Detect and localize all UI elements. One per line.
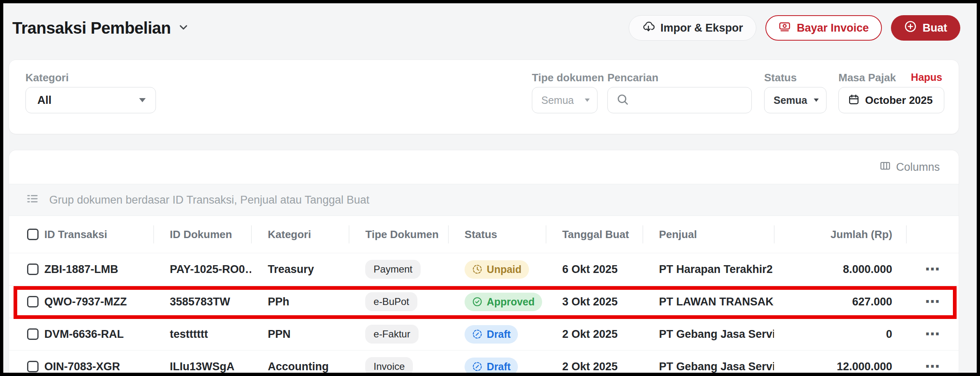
penjual-value: PT LAWAN TRANSAKSI xyxy=(659,296,774,308)
status-select[interactable]: Semua xyxy=(764,87,827,113)
search-box xyxy=(607,87,752,113)
cell-status: Draft xyxy=(448,318,546,350)
column-header-label: Tipe Dokumen xyxy=(365,228,439,241)
table-row[interactable]: ZBI-1887-LMBPAY-1025-RO0…TreasuryPayment… xyxy=(9,253,959,285)
cell-kategori: PPN xyxy=(251,318,349,350)
id-dokumen-value: testttttt xyxy=(170,328,208,341)
row-checkbox[interactable] xyxy=(27,296,39,307)
cell-id-dokumen: testttttt xyxy=(153,318,252,350)
tanggal-buat-value: 6 Okt 2025 xyxy=(562,263,618,276)
import-export-icon xyxy=(642,21,655,36)
column-header-label: Status xyxy=(465,228,497,241)
cell-penjual: PT Gebang Jasa Servi… xyxy=(643,318,774,350)
cell-kategori: Accounting xyxy=(251,351,349,373)
row-actions-button[interactable]: ⋯ xyxy=(925,359,940,373)
cell-jumlah: 627.000 xyxy=(774,286,906,318)
caret-down-icon xyxy=(139,98,146,102)
kategori-value: All xyxy=(26,94,52,107)
columns-button[interactable]: Columns xyxy=(879,160,940,174)
cell-penjual: PT Harapan Terakhir2 xyxy=(643,253,774,285)
hapus-link[interactable]: Hapus xyxy=(911,71,942,83)
cell-id-dokumen: 3585783TW xyxy=(153,286,252,318)
cell-tanggal-buat: 6 Okt 2025 xyxy=(546,253,643,285)
jumlah-value: 12.000.000 xyxy=(837,360,892,373)
tipe-dokumen-badge: e-Faktur xyxy=(365,325,418,344)
cell-tipe-dokumen: e-Faktur xyxy=(349,318,448,350)
column-header-label: Penjual xyxy=(659,228,697,241)
column-header-label: Kategori xyxy=(268,228,311,241)
search-input[interactable] xyxy=(634,94,751,107)
row-actions-button[interactable]: ⋯ xyxy=(925,327,940,342)
calendar-icon xyxy=(848,94,860,107)
cell-jumlah: 8.000.000 xyxy=(774,253,906,285)
select-all-checkbox[interactable] xyxy=(27,229,39,240)
cell-actions: ⋯ xyxy=(906,253,959,285)
import-export-button[interactable]: Impor & Ekspor xyxy=(629,15,756,41)
kategori-value: Accounting xyxy=(268,360,329,373)
purchase-transactions-page: Transaksi Pembelian Impor & Ekspor Bayar xyxy=(3,3,977,373)
column-header-id-transaksi: ID Transaksi xyxy=(9,216,153,253)
table-row[interactable]: DVM-6636-RALtesttttttPPNe-FakturDraft2 O… xyxy=(9,318,959,350)
column-header-jumlah-rp-: Jumlah (Rp) xyxy=(774,216,906,253)
page-title-dropdown[interactable]: Transaksi Pembelian xyxy=(12,19,190,37)
column-header-status: Status xyxy=(448,216,546,253)
caret-down-icon xyxy=(585,99,590,102)
status-badge: Draft xyxy=(465,325,518,344)
masa-pajak-button[interactable]: October 2025 xyxy=(838,87,944,113)
masa-pajak-label: Masa Pajak xyxy=(838,71,896,84)
column-header-label: Tanggal Buat xyxy=(562,228,629,241)
cell-id-transaksi: DVM-6636-RAL xyxy=(9,318,153,350)
penjual-value: PT Gebang Jasa Servi… xyxy=(659,328,774,341)
id-transaksi-value: ZBI-1887-LMB xyxy=(44,263,118,276)
cell-penjual: PT Gebang Jasa Servi… xyxy=(643,351,774,373)
cell-id-transaksi: QWO-7937-MZZ xyxy=(9,286,153,318)
draft-status-icon xyxy=(472,361,483,372)
cell-tanggal-buat: 2 Okt 2025 xyxy=(546,318,643,350)
column-header-label: ID Transaksi xyxy=(44,228,107,241)
tipe-dokumen-badge: Payment xyxy=(365,260,421,279)
column-header-label: Jumlah (Rp) xyxy=(831,228,892,241)
group-bar[interactable]: Grup dokumen berdasar ID Transaksi, Penj… xyxy=(9,184,959,216)
status-label: Approved xyxy=(487,296,535,308)
tipe-dokumen-badge: Invoice xyxy=(365,357,413,373)
tipe-dokumen-value: Semua xyxy=(532,94,574,106)
table-row[interactable]: QWO-7937-MZZ3585783TWPPhe-BuPotApproved3… xyxy=(9,285,959,318)
pay-invoice-button[interactable]: Bayar Invoice xyxy=(765,15,882,41)
row-checkbox[interactable] xyxy=(27,361,39,372)
row-checkbox[interactable] xyxy=(27,328,39,340)
row-actions-button[interactable]: ⋯ xyxy=(925,262,940,277)
id-transaksi-value: OIN-7083-XGR xyxy=(44,360,120,373)
cell-id-transaksi: OIN-7083-XGR xyxy=(9,351,153,373)
draft-status-icon xyxy=(472,329,483,339)
cell-tipe-dokumen: Invoice xyxy=(349,351,448,373)
status-label: Draft xyxy=(487,328,511,340)
cell-kategori: PPh xyxy=(251,286,349,318)
cell-actions: ⋯ xyxy=(906,286,959,318)
unpaid-status-icon xyxy=(472,264,483,275)
cell-status: Unpaid xyxy=(448,253,546,285)
cell-tipe-dokumen: Payment xyxy=(349,253,448,285)
create-label: Buat xyxy=(923,22,947,34)
columns-label: Columns xyxy=(896,161,940,174)
column-header-penjual: Penjual xyxy=(643,216,774,253)
jumlah-value: 8.000.000 xyxy=(843,263,892,276)
table-row[interactable]: OIN-7083-XGRILIu13WSgAAccountingInvoiceD… xyxy=(9,350,959,373)
pencarian-label: Pencarian xyxy=(607,71,658,84)
cell-tipe-dokumen: e-BuPot xyxy=(349,286,448,318)
cell-tanggal-buat: 3 Okt 2025 xyxy=(546,286,643,318)
jumlah-value: 627.000 xyxy=(852,296,893,308)
tipe-dokumen-select[interactable]: Semua xyxy=(532,87,598,113)
kategori-select[interactable]: All xyxy=(25,87,156,113)
row-checkbox[interactable] xyxy=(27,264,39,275)
create-button[interactable]: Buat xyxy=(891,15,960,41)
chevron-down-icon xyxy=(177,21,190,35)
filter-card: Kategori All Tipe dokumen Semua Pencaria… xyxy=(9,60,959,134)
group-icon xyxy=(26,193,39,208)
status-label: Unpaid xyxy=(487,264,522,275)
table-header-row: ID TransaksiID DokumenKategoriTipe Dokum… xyxy=(9,216,959,253)
cell-id-transaksi: ZBI-1887-LMB xyxy=(9,253,153,285)
status-label: Draft xyxy=(487,361,511,373)
cell-id-dokumen: ILIu13WSgA xyxy=(153,351,252,373)
row-actions-button[interactable]: ⋯ xyxy=(925,294,940,309)
column-header-actions xyxy=(906,216,959,253)
